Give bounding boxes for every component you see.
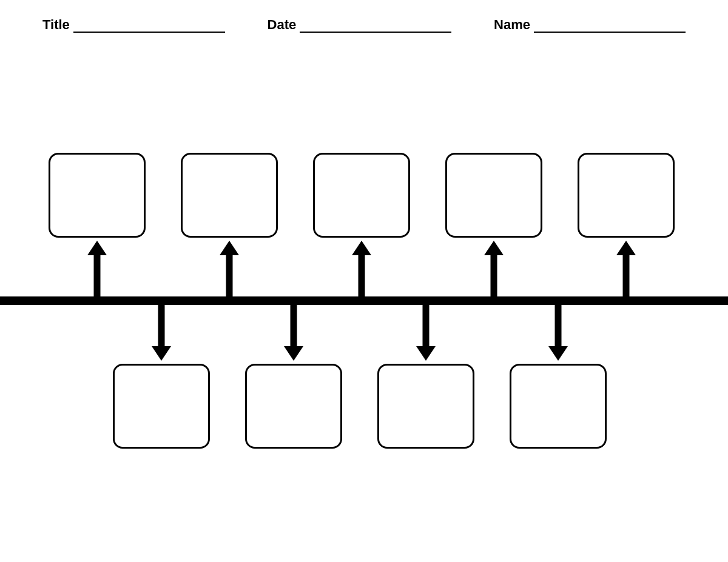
event-box-bottom-4[interactable]: [510, 364, 607, 449]
title-input-line[interactable]: [73, 21, 225, 33]
arrow-up-icon: [352, 241, 371, 301]
arrow-up-icon: [617, 241, 635, 301]
title-field[interactable]: Title: [42, 17, 225, 33]
arrow-down-icon: [152, 300, 170, 361]
title-label: Title: [42, 17, 70, 33]
date-input-line[interactable]: [300, 21, 451, 33]
arrow-up-icon: [88, 241, 106, 301]
arrow-down-icon: [549, 300, 567, 361]
event-box-top-4[interactable]: [445, 153, 542, 238]
event-box-top-5[interactable]: [578, 153, 675, 238]
arrow-up-icon: [220, 241, 238, 301]
arrow-up-icon: [485, 241, 503, 301]
event-box-bottom-3[interactable]: [377, 364, 474, 449]
arrow-down-icon: [417, 300, 435, 361]
arrow-down-icon: [285, 300, 303, 361]
event-box-bottom-2[interactable]: [245, 364, 342, 449]
name-input-line[interactable]: [534, 21, 686, 33]
date-label: Date: [268, 17, 297, 33]
event-box-top-1[interactable]: [49, 153, 146, 238]
name-field[interactable]: Name: [494, 17, 686, 33]
timeline-worksheet: Title Date Name: [0, 0, 728, 562]
date-field[interactable]: Date: [268, 17, 452, 33]
event-box-bottom-1[interactable]: [113, 364, 210, 449]
event-box-top-3[interactable]: [313, 153, 410, 238]
name-label: Name: [494, 17, 530, 33]
event-box-top-2[interactable]: [181, 153, 278, 238]
header-fields: Title Date Name: [42, 17, 686, 33]
